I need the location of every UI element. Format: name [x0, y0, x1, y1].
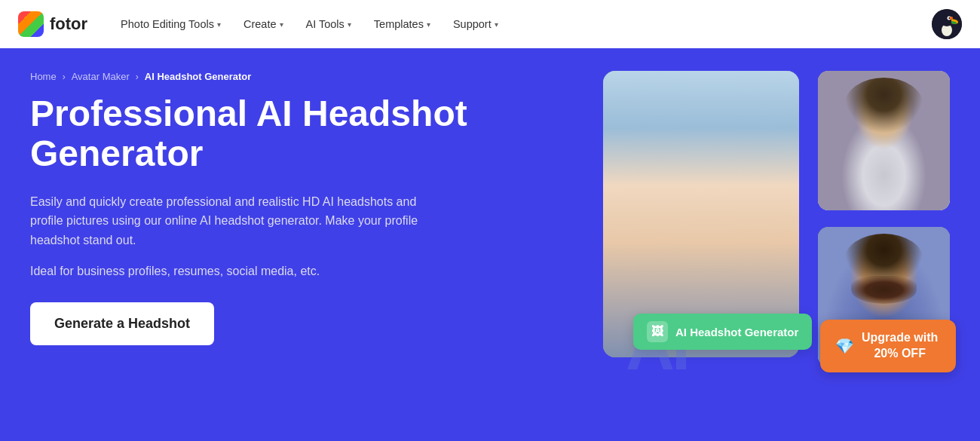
left-content: Home › Avatar Maker › AI Headshot Genera… [30, 63, 467, 345]
chevron-down-icon: ▾ [495, 20, 498, 29]
nav-item-photo-editing-tools[interactable]: Photo Editing Tools ▾ [112, 12, 230, 36]
ai-badge-icon: 🖼 [647, 321, 668, 342]
header-right [932, 9, 962, 39]
nav-label-photo-editing-tools: Photo Editing Tools [121, 18, 214, 30]
breadcrumb-current: AI Headshot Generator [145, 71, 252, 82]
nav-label-ai-tools: AI Tools [306, 18, 345, 30]
chevron-down-icon: ▾ [348, 20, 351, 29]
chevron-down-icon: ▾ [427, 20, 430, 29]
header-left: fotor Photo Editing Tools ▾ Create ▾ AI … [18, 11, 507, 37]
diamond-icon: 💎 [835, 336, 854, 356]
breadcrumb-home[interactable]: Home [30, 71, 57, 82]
dark-hair-woman-image [818, 71, 950, 210]
upgrade-line2: 20% OFF [874, 347, 925, 360]
upgrade-line1: Upgrade with [862, 331, 938, 344]
nav-item-ai-tools[interactable]: AI Tools ▾ [297, 12, 360, 36]
breadcrumb: Home › Avatar Maker › AI Headshot Genera… [30, 71, 467, 82]
page-title-line1: Professional AI Headshot [30, 93, 467, 133]
image-collage: AI 🖼 AI Headshot Generator 💎 Upgrade wit… [603, 71, 950, 387]
main-nav: Photo Editing Tools ▾ Create ▾ AI Tools … [112, 12, 507, 36]
chevron-down-icon: ▾ [217, 20, 221, 29]
breadcrumb-separator-1: › [63, 72, 66, 82]
nav-label-templates: Templates [374, 18, 424, 30]
upgrade-badge-text: Upgrade with 20% OFF [862, 330, 938, 362]
upgrade-badge[interactable]: 💎 Upgrade with 20% OFF [820, 320, 956, 372]
nav-item-support[interactable]: Support ▾ [444, 12, 507, 36]
svg-point-6 [950, 17, 953, 20]
user-avatar[interactable] [932, 9, 962, 39]
page-title-line2: Generator [30, 133, 203, 173]
main-content: Home › Avatar Maker › AI Headshot Genera… [0, 48, 980, 441]
header: fotor Photo Editing Tools ▾ Create ▾ AI … [0, 0, 980, 48]
nav-item-create[interactable]: Create ▾ [234, 12, 292, 36]
generate-headshot-button[interactable]: Generate a Headshot [30, 302, 214, 345]
photo-top-right-woman [818, 71, 950, 210]
ai-generator-badge: 🖼 AI Headshot Generator [633, 314, 812, 350]
page-title: Professional AI Headshot Generator [30, 94, 467, 174]
chevron-down-icon: ▾ [280, 20, 283, 29]
nav-label-create: Create [243, 18, 277, 30]
page-description: Easily and quickly create professional a… [30, 192, 452, 250]
logo[interactable]: fotor [18, 11, 87, 37]
nav-item-templates[interactable]: Templates ▾ [365, 12, 439, 36]
fotor-logo-icon [18, 11, 44, 37]
ai-badge-label: AI Headshot Generator [675, 326, 798, 338]
breadcrumb-separator-2: › [136, 72, 139, 82]
ideal-text: Ideal for business profiles, resumes, so… [30, 265, 467, 278]
nav-label-support: Support [453, 18, 492, 30]
logo-text: fotor [50, 14, 87, 34]
breadcrumb-avatar-maker[interactable]: Avatar Maker [72, 71, 130, 82]
